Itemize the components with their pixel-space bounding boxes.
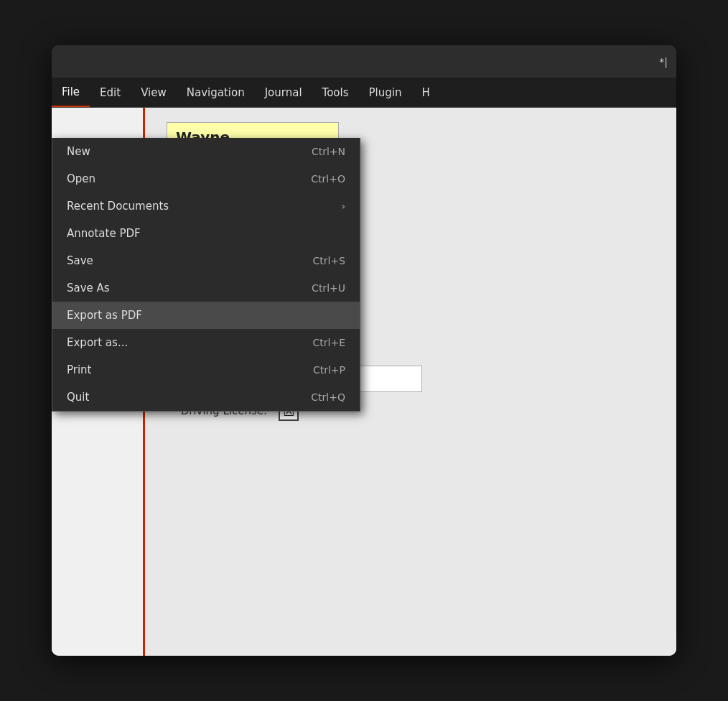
menu-bar: File Edit View Navigation Journal Tools … bbox=[52, 78, 676, 108]
menu-more[interactable]: H bbox=[411, 78, 439, 107]
application-window: *| File Edit View Navigation Journal Too… bbox=[52, 45, 676, 656]
menu-item-annotate[interactable]: Annotate PDF bbox=[52, 220, 360, 247]
menu-plugin[interactable]: Plugin bbox=[359, 78, 412, 107]
menu-view[interactable]: View bbox=[131, 78, 177, 107]
menu-navigation[interactable]: Navigation bbox=[177, 78, 255, 107]
file-dropdown-menu: New Ctrl+N Open Ctrl+O Recent Documents … bbox=[52, 138, 360, 412]
menu-item-recent[interactable]: Recent Documents › bbox=[52, 192, 360, 220]
menu-item-open[interactable]: Open Ctrl+O bbox=[52, 165, 360, 192]
menu-item-new[interactable]: New Ctrl+N bbox=[52, 138, 360, 165]
menu-item-saveas[interactable]: Save As Ctrl+U bbox=[52, 274, 360, 302]
menu-item-quit[interactable]: Quit Ctrl+Q bbox=[52, 384, 360, 411]
menu-item-exportas[interactable]: Export as... Ctrl+E bbox=[52, 329, 360, 356]
menu-item-save[interactable]: Save Ctrl+S bbox=[52, 247, 360, 274]
menu-item-exportpdf[interactable]: Export as PDF bbox=[52, 302, 360, 329]
menu-edit[interactable]: Edit bbox=[90, 78, 131, 107]
menu-item-print[interactable]: Print Ctrl+P bbox=[52, 356, 360, 384]
title-bar: *| bbox=[52, 45, 676, 78]
menu-file[interactable]: File bbox=[52, 78, 90, 107]
menu-journal[interactable]: Journal bbox=[255, 78, 312, 107]
title-indicator: *| bbox=[659, 56, 668, 68]
menu-tools[interactable]: Tools bbox=[312, 78, 359, 107]
main-content: Wayne Wayne Manor Gotham Heigh GTHM007 A… bbox=[52, 108, 676, 656]
